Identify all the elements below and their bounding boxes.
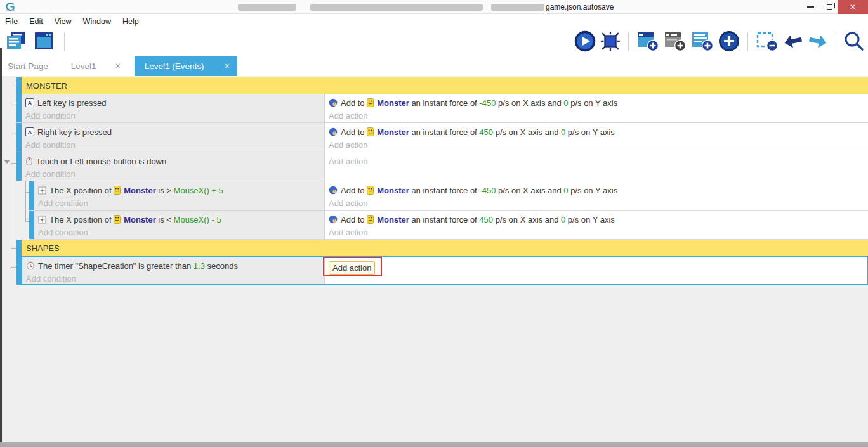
monster-object-icon bbox=[367, 98, 374, 107]
event-handle[interactable] bbox=[16, 240, 22, 256]
add-condition-link[interactable]: Add condition bbox=[38, 197, 324, 209]
condition[interactable]: Touch or Left mouse button is down bbox=[25, 155, 324, 167]
event-handle[interactable] bbox=[16, 77, 22, 94]
toolbar-separator bbox=[64, 32, 65, 51]
timer-icon bbox=[26, 261, 35, 270]
keyboard-icon: A bbox=[25, 127, 34, 136]
add-action-link[interactable]: Add action bbox=[329, 226, 868, 238]
monster-object-icon bbox=[367, 186, 374, 195]
add-condition-link[interactable]: Add condition bbox=[25, 167, 324, 180]
restore-button[interactable] bbox=[820, 0, 839, 14]
collapse-arrow-icon[interactable] bbox=[4, 160, 10, 164]
menu-edit[interactable]: Edit bbox=[23, 17, 49, 26]
condition[interactable]: The X position of Monster is > MouseX() … bbox=[38, 184, 324, 197]
add-condition-link[interactable]: Add condition bbox=[25, 138, 324, 151]
add-circle-icon[interactable] bbox=[718, 30, 740, 52]
add-event-icon[interactable] bbox=[636, 30, 659, 52]
event-handle[interactable] bbox=[17, 257, 22, 284]
condition[interactable]: The X position of Monster is < MouseX() … bbox=[38, 213, 324, 226]
menu-help[interactable]: Help bbox=[117, 17, 145, 26]
event-group-monster[interactable]: MONSTER bbox=[16, 77, 868, 94]
add-action-link[interactable]: Add action bbox=[329, 109, 868, 122]
tab-level1-events[interactable]: Level1 (Events) × bbox=[135, 56, 237, 76]
event-handle[interactable] bbox=[29, 181, 34, 210]
window-title: game.json.autosave bbox=[546, 3, 614, 11]
project-manager-icon[interactable] bbox=[5, 30, 27, 52]
preview-play-icon[interactable] bbox=[574, 30, 596, 52]
mouse-icon bbox=[25, 157, 33, 166]
event-handle[interactable] bbox=[16, 94, 22, 122]
force-icon bbox=[329, 186, 338, 195]
add-action-link[interactable]: Add action bbox=[329, 261, 375, 275]
monster-object-icon bbox=[114, 186, 121, 195]
menu-window[interactable]: Window bbox=[77, 17, 117, 26]
toolbar-separator bbox=[836, 32, 836, 51]
tree-line bbox=[25, 181, 26, 221]
conditions-cell: The X position of Monster is < MouseX() … bbox=[34, 211, 325, 239]
redacted-title-block bbox=[310, 4, 483, 11]
keyboard-icon: A bbox=[25, 98, 34, 107]
redacted-title-block bbox=[491, 4, 544, 11]
undo-icon[interactable] bbox=[783, 32, 803, 51]
tree-stub bbox=[11, 86, 16, 86]
monster-object-icon bbox=[367, 127, 374, 136]
search-icon[interactable] bbox=[844, 31, 864, 51]
menu-file[interactable]: File bbox=[0, 17, 23, 26]
actions-cell: Add to Monster an instant force of -450 … bbox=[325, 181, 868, 210]
minimize-button[interactable] bbox=[801, 0, 820, 14]
force-icon bbox=[329, 215, 338, 224]
remove-selection-icon[interactable] bbox=[756, 30, 779, 52]
add-action-link[interactable]: Add action bbox=[329, 138, 868, 151]
add-condition-link[interactable]: Add condition bbox=[26, 272, 324, 285]
tab-start-page[interactable]: Start Page bbox=[0, 56, 57, 76]
group-title: SHAPES bbox=[22, 240, 868, 256]
panel-left-border bbox=[0, 48, 2, 442]
add-action-link[interactable]: Add action bbox=[329, 155, 868, 167]
redo-icon[interactable] bbox=[808, 32, 828, 51]
tab-close-icon[interactable]: × bbox=[217, 61, 237, 71]
event-handle[interactable] bbox=[16, 152, 22, 181]
actions-cell: Add action bbox=[325, 152, 868, 181]
events-sheet: MONSTER A Left key is pressed Add condit… bbox=[0, 76, 868, 442]
event-row-selected: The timer "ShapeCreation" is greater tha… bbox=[16, 256, 868, 285]
sub-event-row: The X position of Monster is > MouseX() … bbox=[29, 181, 868, 211]
horizontal-scrollbar[interactable] bbox=[0, 442, 868, 447]
add-action-link[interactable]: Add action bbox=[329, 197, 868, 209]
monster-object-icon bbox=[114, 215, 121, 224]
action[interactable]: Add to Monster an instant force of 450 p… bbox=[329, 213, 868, 226]
position-icon bbox=[38, 216, 46, 224]
action[interactable]: Add to Monster an instant force of -450 … bbox=[329, 96, 868, 109]
tree-stub bbox=[11, 134, 16, 134]
sub-event-row: The X position of Monster is < MouseX() … bbox=[29, 211, 868, 240]
add-condition-link[interactable]: Add condition bbox=[38, 226, 324, 238]
actions-cell: Add to Monster an instant force of 450 p… bbox=[325, 211, 868, 239]
tree-stub bbox=[11, 163, 16, 164]
close-button[interactable]: ✕ bbox=[838, 0, 868, 14]
event-row: A Left key is pressed Add condition Add … bbox=[16, 94, 868, 123]
add-sub-event-icon[interactable] bbox=[664, 30, 687, 52]
event-group-shapes[interactable]: SHAPES bbox=[16, 240, 868, 256]
tab-level1[interactable]: Level1 × bbox=[57, 56, 127, 76]
tab-close-icon[interactable]: × bbox=[109, 61, 127, 71]
event-handle[interactable] bbox=[29, 211, 34, 239]
conditions-cell: The timer "ShapeCreation" is greater tha… bbox=[22, 257, 325, 284]
tree-line bbox=[11, 86, 11, 267]
force-icon bbox=[329, 98, 338, 107]
action[interactable]: Add to Monster an instant force of 450 p… bbox=[329, 126, 868, 138]
add-condition-link[interactable]: Add condition bbox=[25, 109, 324, 122]
condition[interactable]: A Right key is pressed bbox=[25, 126, 324, 138]
monster-object-icon bbox=[367, 215, 374, 224]
actions-cell: Add action bbox=[325, 257, 867, 284]
menu-view[interactable]: View bbox=[49, 17, 77, 26]
condition[interactable]: A Left key is pressed bbox=[25, 96, 324, 109]
action[interactable]: Add to Monster an instant force of -450 … bbox=[329, 184, 868, 197]
debug-icon[interactable] bbox=[600, 31, 621, 51]
start-page-icon[interactable] bbox=[33, 30, 55, 52]
event-handle[interactable] bbox=[16, 123, 22, 152]
position-icon bbox=[38, 186, 46, 195]
group-title: MONSTER bbox=[22, 77, 868, 94]
add-comment-icon[interactable] bbox=[691, 30, 714, 52]
tree-stub bbox=[11, 105, 16, 105]
condition[interactable]: The timer "ShapeCreation" is greater tha… bbox=[26, 259, 324, 272]
tab-bar: Start Page Level1 × Level1 (Events) × bbox=[0, 56, 868, 76]
